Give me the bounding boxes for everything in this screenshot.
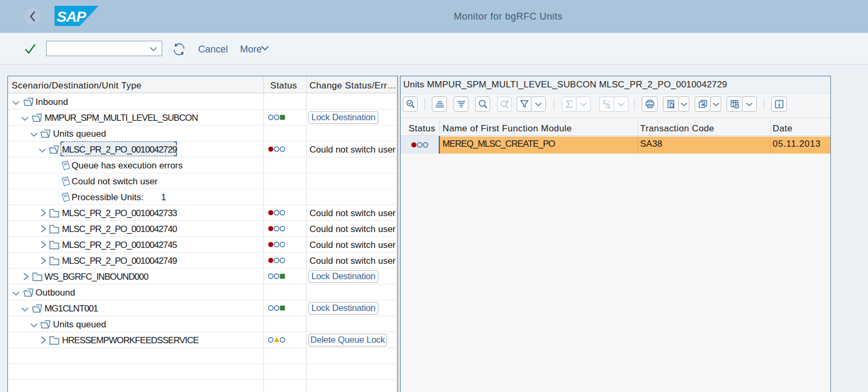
svg-text:SAP: SAP [57, 8, 86, 25]
